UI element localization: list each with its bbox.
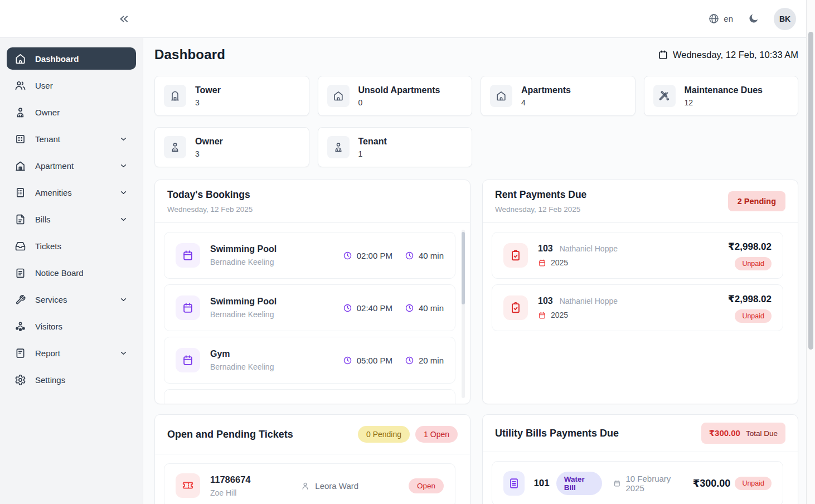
sidebar-item-apartment[interactable]: Apartment (7, 154, 136, 177)
tickets-open-badge: 1 Open (415, 426, 458, 443)
sidebar-item-tickets[interactable]: Tickets (7, 235, 136, 257)
stat-label: Owner (195, 137, 223, 147)
widgets-top-row: Today's Bookings Wednesday, 12 Feb 2025 (154, 180, 798, 404)
calendar-icon (613, 479, 621, 488)
sidebar-collapse-button[interactable] (116, 11, 132, 27)
page-scrollbar-track[interactable] (806, 0, 815, 504)
booking-person: Bernadine Keeling (210, 310, 276, 319)
stat-label: Apartments (521, 85, 571, 95)
sidebar-item-visitors[interactable]: Visitors (7, 315, 136, 337)
stat-label: Maintenance Dues (685, 85, 763, 95)
utility-due-date: 10 February 2025 (613, 474, 683, 493)
booking-amenity: Swimming Pool (210, 244, 276, 254)
tools-icon (653, 85, 676, 107)
sidebar-item-label: Owner (35, 108, 60, 117)
sidebar-item-label: Report (35, 348, 60, 358)
booking-person: Bernadine Keeling (210, 258, 276, 266)
calendar-icon (658, 50, 668, 60)
booking-amenity: Gym (210, 349, 274, 359)
tickets-header: Open and Pending Tickets 0 Pending 1 Ope… (155, 415, 470, 454)
utility-unit: 101 (533, 478, 549, 489)
ticket-icon (176, 473, 200, 498)
home-icon (490, 85, 512, 107)
sidebar-item-amenities[interactable]: Amenities (7, 181, 136, 203)
stat-value: 0 (358, 98, 440, 107)
language-selector[interactable]: en (708, 13, 733, 25)
booking-time: 02:40 PM (343, 303, 392, 313)
person-icon (300, 481, 310, 491)
clock-icon (405, 303, 414, 313)
sidebar-item-label: Bills (35, 215, 51, 224)
total-due-amount: ₹300.00 (709, 428, 740, 438)
tickets-card: Open and Pending Tickets 0 Pending 1 Ope… (154, 414, 470, 504)
booking-item-partial (164, 389, 455, 404)
dark-mode-toggle[interactable] (748, 13, 759, 25)
current-datetime: Wednesday, 12 Feb, 10:33 AM (658, 50, 798, 60)
sidebar: Dashboard User Owner Tenant Apartment (0, 38, 143, 504)
app-shell: Dashboard User Owner Tenant Apartment (0, 38, 815, 504)
utility-status-badge: Unpaid (735, 477, 772, 490)
stat-value: 1 (358, 149, 387, 158)
rent-status-badge: Unpaid (735, 257, 772, 270)
ticket-id: 11786674 (210, 474, 251, 485)
sidebar-item-label: Tickets (35, 241, 61, 251)
booking-person: Bernadine Keeling (210, 362, 274, 371)
main-header: Dashboard Wednesday, 12 Feb, 10:33 AM (154, 47, 798, 62)
chevron-down-icon (119, 215, 128, 224)
sidebar-item-label: Visitors (35, 322, 62, 331)
sidebar-item-bills[interactable]: Bills (7, 208, 136, 230)
person-icon (327, 136, 350, 158)
home-icon (327, 85, 350, 107)
sidebar-item-label: Notice Board (35, 268, 84, 278)
sidebar-item-tenant[interactable]: Tenant (7, 128, 136, 150)
chevron-down-icon (119, 134, 128, 144)
person-icon (164, 136, 186, 158)
rent-pending-badge: 2 Pending (728, 191, 785, 211)
user-avatar[interactable]: BK (774, 8, 796, 30)
rent-item[interactable]: 103 Nathaniel Hoppe 2025 (492, 284, 783, 331)
services-icon (14, 294, 26, 306)
rent-amount: ₹2,998.02 (728, 293, 772, 305)
rent-amount: ₹2,998.02 (728, 241, 772, 253)
booking-item[interactable]: Swimming Pool Bernadine Keeling 02:00 PM (164, 232, 455, 279)
ticket-item[interactable]: 11786674 Zoe Hill Leora Ward Open (164, 463, 455, 504)
sidebar-item-settings[interactable]: Settings (7, 369, 136, 391)
rent-item[interactable]: 103 Nathaniel Hoppe 2025 (492, 232, 783, 279)
sidebar-item-dashboard[interactable]: Dashboard (7, 47, 136, 70)
rent-payments-card: Rent Payments Due Wednesday, 12 Feb 2025… (482, 180, 798, 404)
stats-row-1: Tower 3 Unsold Apartments 0 (154, 76, 798, 116)
stat-value: 3 (195, 149, 223, 158)
sidebar-item-label: Apartment (35, 161, 74, 171)
main-content: Dashboard Wednesday, 12 Feb, 10:33 AM To… (143, 38, 815, 504)
ticket-status-badge: Open (409, 478, 444, 493)
bookings-scrollbar-track[interactable] (462, 230, 465, 398)
stat-card-apartments: Apartments 4 (481, 76, 635, 116)
utility-amount: ₹300.00 (693, 477, 731, 490)
stat-card-maintenance-dues: Maintenance Dues 12 (644, 76, 799, 116)
topbar: en BK (0, 0, 815, 38)
booking-time: 02:00 PM (343, 251, 392, 260)
sidebar-item-notice-board[interactable]: Notice Board (7, 261, 136, 284)
sidebar-item-services[interactable]: Services (7, 288, 136, 311)
total-due-label: Total Due (746, 429, 778, 438)
sidebar-item-user[interactable]: User (7, 74, 136, 96)
booking-item[interactable]: Gym Bernadine Keeling 05:00 PM (164, 337, 455, 384)
stat-value: 12 (685, 98, 763, 107)
sidebar-item-label: Dashboard (35, 54, 79, 64)
stat-card-unsold-apartments: Unsold Apartments 0 (318, 76, 473, 116)
moon-icon (748, 13, 759, 25)
tickets-title: Open and Pending Tickets (167, 429, 293, 440)
sidebar-item-report[interactable]: Report (7, 342, 136, 364)
page-scrollbar-thumb[interactable] (808, 32, 813, 350)
utility-bill-item[interactable]: 101 Water Bill 10 February 2025 ₹300.00 … (492, 461, 783, 504)
calendar-booking-icon (176, 348, 200, 372)
clock-icon (405, 356, 414, 365)
calendar-icon (538, 311, 546, 319)
booking-amenity: Swimming Pool (210, 297, 276, 307)
bookings-scrollbar-thumb[interactable] (462, 232, 465, 304)
rent-title: Rent Payments Due (495, 189, 586, 201)
rent-tenant-name: Nathaniel Hoppe (560, 297, 618, 306)
booking-item[interactable]: Swimming Pool Bernadine Keeling 02:40 PM (164, 284, 455, 331)
avatar-initials: BK (779, 14, 790, 23)
sidebar-item-owner[interactable]: Owner (7, 101, 136, 123)
